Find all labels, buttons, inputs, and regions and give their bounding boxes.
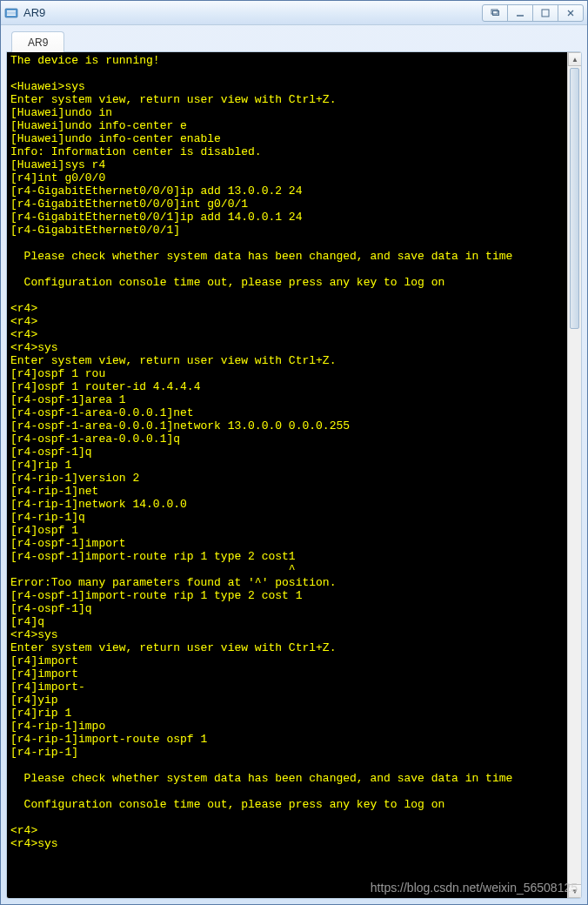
scroll-down-arrow[interactable]: ▼	[568, 884, 582, 898]
tab-ar9[interactable]: AR9	[11, 31, 64, 52]
terminal[interactable]: The device is running! <Huawei>sys Enter…	[7, 52, 567, 898]
scroll-thumb[interactable]	[570, 68, 579, 329]
close-button[interactable]	[558, 4, 584, 22]
vertical-scrollbar[interactable]: ▲ ▼	[567, 52, 581, 898]
tab-label: AR9	[28, 37, 48, 49]
titlebar[interactable]: AR9	[1, 1, 587, 25]
terminal-container: The device is running! <Huawei>sys Enter…	[6, 51, 582, 899]
pin-button[interactable]	[482, 4, 508, 22]
maximize-button[interactable]	[532, 4, 558, 22]
window-controls	[483, 4, 584, 22]
svg-rect-1	[7, 10, 16, 16]
tab-strip: AR9	[6, 29, 582, 51]
minimize-button[interactable]	[507, 4, 533, 22]
svg-rect-7	[542, 10, 549, 17]
window-title: AR9	[23, 6, 483, 19]
app-icon	[4, 6, 18, 20]
scroll-up-arrow[interactable]: ▲	[568, 52, 582, 66]
app-window: AR9 AR9 The device is running! <Huawei>s…	[0, 0, 588, 905]
